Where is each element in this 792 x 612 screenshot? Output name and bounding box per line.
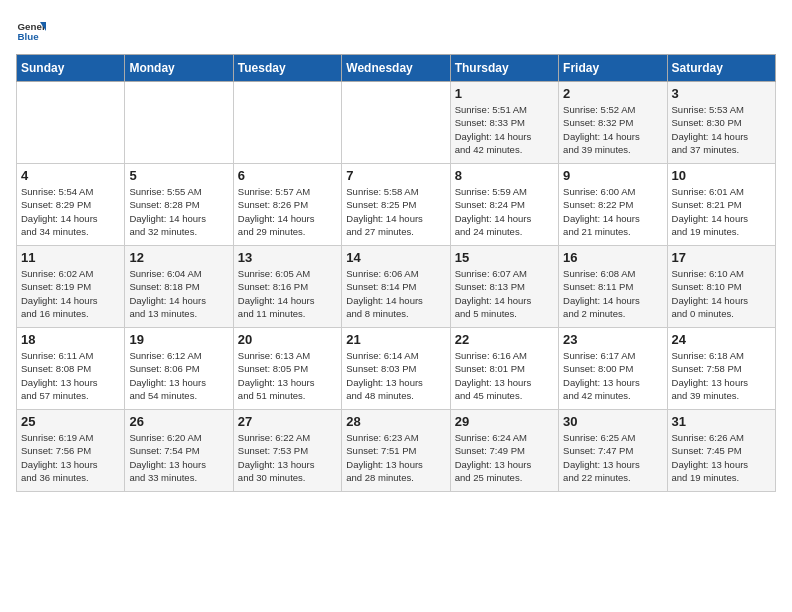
day-number: 5	[129, 168, 228, 183]
calendar-cell: 16Sunrise: 6:08 AM Sunset: 8:11 PM Dayli…	[559, 246, 667, 328]
calendar-cell: 30Sunrise: 6:25 AM Sunset: 7:47 PM Dayli…	[559, 410, 667, 492]
day-header-sunday: Sunday	[17, 55, 125, 82]
calendar-cell: 22Sunrise: 6:16 AM Sunset: 8:01 PM Dayli…	[450, 328, 558, 410]
calendar-cell	[125, 82, 233, 164]
logo-icon: General Blue	[16, 16, 46, 46]
day-header-wednesday: Wednesday	[342, 55, 450, 82]
calendar-cell: 9Sunrise: 6:00 AM Sunset: 8:22 PM Daylig…	[559, 164, 667, 246]
day-number: 19	[129, 332, 228, 347]
svg-text:Blue: Blue	[18, 31, 40, 42]
cell-info: Sunrise: 5:52 AM Sunset: 8:32 PM Dayligh…	[563, 103, 662, 156]
cell-info: Sunrise: 6:14 AM Sunset: 8:03 PM Dayligh…	[346, 349, 445, 402]
day-header-friday: Friday	[559, 55, 667, 82]
day-number: 2	[563, 86, 662, 101]
cell-info: Sunrise: 6:24 AM Sunset: 7:49 PM Dayligh…	[455, 431, 554, 484]
calendar-cell: 11Sunrise: 6:02 AM Sunset: 8:19 PM Dayli…	[17, 246, 125, 328]
day-number: 30	[563, 414, 662, 429]
day-number: 12	[129, 250, 228, 265]
day-number: 23	[563, 332, 662, 347]
day-number: 3	[672, 86, 771, 101]
calendar-cell: 27Sunrise: 6:22 AM Sunset: 7:53 PM Dayli…	[233, 410, 341, 492]
cell-info: Sunrise: 6:07 AM Sunset: 8:13 PM Dayligh…	[455, 267, 554, 320]
day-number: 6	[238, 168, 337, 183]
day-number: 22	[455, 332, 554, 347]
calendar-cell: 31Sunrise: 6:26 AM Sunset: 7:45 PM Dayli…	[667, 410, 775, 492]
day-number: 14	[346, 250, 445, 265]
day-header-tuesday: Tuesday	[233, 55, 341, 82]
cell-info: Sunrise: 6:12 AM Sunset: 8:06 PM Dayligh…	[129, 349, 228, 402]
calendar-cell: 15Sunrise: 6:07 AM Sunset: 8:13 PM Dayli…	[450, 246, 558, 328]
calendar-cell: 6Sunrise: 5:57 AM Sunset: 8:26 PM Daylig…	[233, 164, 341, 246]
day-number: 20	[238, 332, 337, 347]
cell-info: Sunrise: 6:01 AM Sunset: 8:21 PM Dayligh…	[672, 185, 771, 238]
cell-info: Sunrise: 6:06 AM Sunset: 8:14 PM Dayligh…	[346, 267, 445, 320]
day-header-monday: Monday	[125, 55, 233, 82]
cell-info: Sunrise: 6:00 AM Sunset: 8:22 PM Dayligh…	[563, 185, 662, 238]
calendar-cell: 7Sunrise: 5:58 AM Sunset: 8:25 PM Daylig…	[342, 164, 450, 246]
day-number: 11	[21, 250, 120, 265]
calendar-cell: 29Sunrise: 6:24 AM Sunset: 7:49 PM Dayli…	[450, 410, 558, 492]
cell-info: Sunrise: 6:17 AM Sunset: 8:00 PM Dayligh…	[563, 349, 662, 402]
calendar-cell: 5Sunrise: 5:55 AM Sunset: 8:28 PM Daylig…	[125, 164, 233, 246]
day-number: 4	[21, 168, 120, 183]
calendar-cell: 12Sunrise: 6:04 AM Sunset: 8:18 PM Dayli…	[125, 246, 233, 328]
day-number: 13	[238, 250, 337, 265]
day-number: 29	[455, 414, 554, 429]
day-number: 27	[238, 414, 337, 429]
calendar-week-5: 25Sunrise: 6:19 AM Sunset: 7:56 PM Dayli…	[17, 410, 776, 492]
calendar-cell: 23Sunrise: 6:17 AM Sunset: 8:00 PM Dayli…	[559, 328, 667, 410]
day-number: 10	[672, 168, 771, 183]
day-number: 25	[21, 414, 120, 429]
cell-info: Sunrise: 6:04 AM Sunset: 8:18 PM Dayligh…	[129, 267, 228, 320]
day-number: 8	[455, 168, 554, 183]
logo: General Blue	[16, 16, 46, 46]
day-number: 16	[563, 250, 662, 265]
calendar-header-row: SundayMondayTuesdayWednesdayThursdayFrid…	[17, 55, 776, 82]
day-number: 1	[455, 86, 554, 101]
calendar-cell: 4Sunrise: 5:54 AM Sunset: 8:29 PM Daylig…	[17, 164, 125, 246]
day-number: 31	[672, 414, 771, 429]
calendar-week-4: 18Sunrise: 6:11 AM Sunset: 8:08 PM Dayli…	[17, 328, 776, 410]
calendar-week-3: 11Sunrise: 6:02 AM Sunset: 8:19 PM Dayli…	[17, 246, 776, 328]
calendar-cell	[17, 82, 125, 164]
day-number: 28	[346, 414, 445, 429]
cell-info: Sunrise: 6:08 AM Sunset: 8:11 PM Dayligh…	[563, 267, 662, 320]
day-number: 17	[672, 250, 771, 265]
cell-info: Sunrise: 6:02 AM Sunset: 8:19 PM Dayligh…	[21, 267, 120, 320]
cell-info: Sunrise: 5:54 AM Sunset: 8:29 PM Dayligh…	[21, 185, 120, 238]
calendar-cell	[233, 82, 341, 164]
day-number: 7	[346, 168, 445, 183]
day-header-thursday: Thursday	[450, 55, 558, 82]
calendar-cell: 26Sunrise: 6:20 AM Sunset: 7:54 PM Dayli…	[125, 410, 233, 492]
calendar-cell: 20Sunrise: 6:13 AM Sunset: 8:05 PM Dayli…	[233, 328, 341, 410]
cell-info: Sunrise: 5:53 AM Sunset: 8:30 PM Dayligh…	[672, 103, 771, 156]
calendar-cell: 3Sunrise: 5:53 AM Sunset: 8:30 PM Daylig…	[667, 82, 775, 164]
cell-info: Sunrise: 5:51 AM Sunset: 8:33 PM Dayligh…	[455, 103, 554, 156]
calendar-cell: 28Sunrise: 6:23 AM Sunset: 7:51 PM Dayli…	[342, 410, 450, 492]
cell-info: Sunrise: 6:25 AM Sunset: 7:47 PM Dayligh…	[563, 431, 662, 484]
calendar-cell: 2Sunrise: 5:52 AM Sunset: 8:32 PM Daylig…	[559, 82, 667, 164]
day-number: 18	[21, 332, 120, 347]
calendar-week-2: 4Sunrise: 5:54 AM Sunset: 8:29 PM Daylig…	[17, 164, 776, 246]
calendar-week-1: 1Sunrise: 5:51 AM Sunset: 8:33 PM Daylig…	[17, 82, 776, 164]
cell-info: Sunrise: 6:22 AM Sunset: 7:53 PM Dayligh…	[238, 431, 337, 484]
calendar-cell: 24Sunrise: 6:18 AM Sunset: 7:58 PM Dayli…	[667, 328, 775, 410]
calendar-cell: 18Sunrise: 6:11 AM Sunset: 8:08 PM Dayli…	[17, 328, 125, 410]
day-header-saturday: Saturday	[667, 55, 775, 82]
cell-info: Sunrise: 5:55 AM Sunset: 8:28 PM Dayligh…	[129, 185, 228, 238]
cell-info: Sunrise: 6:05 AM Sunset: 8:16 PM Dayligh…	[238, 267, 337, 320]
cell-info: Sunrise: 6:20 AM Sunset: 7:54 PM Dayligh…	[129, 431, 228, 484]
cell-info: Sunrise: 6:19 AM Sunset: 7:56 PM Dayligh…	[21, 431, 120, 484]
cell-info: Sunrise: 6:10 AM Sunset: 8:10 PM Dayligh…	[672, 267, 771, 320]
calendar-cell: 1Sunrise: 5:51 AM Sunset: 8:33 PM Daylig…	[450, 82, 558, 164]
cell-info: Sunrise: 5:59 AM Sunset: 8:24 PM Dayligh…	[455, 185, 554, 238]
calendar-cell	[342, 82, 450, 164]
calendar-table: SundayMondayTuesdayWednesdayThursdayFrid…	[16, 54, 776, 492]
cell-info: Sunrise: 6:13 AM Sunset: 8:05 PM Dayligh…	[238, 349, 337, 402]
day-number: 21	[346, 332, 445, 347]
cell-info: Sunrise: 6:23 AM Sunset: 7:51 PM Dayligh…	[346, 431, 445, 484]
calendar-cell: 19Sunrise: 6:12 AM Sunset: 8:06 PM Dayli…	[125, 328, 233, 410]
calendar-cell: 17Sunrise: 6:10 AM Sunset: 8:10 PM Dayli…	[667, 246, 775, 328]
calendar-cell: 13Sunrise: 6:05 AM Sunset: 8:16 PM Dayli…	[233, 246, 341, 328]
cell-info: Sunrise: 6:26 AM Sunset: 7:45 PM Dayligh…	[672, 431, 771, 484]
